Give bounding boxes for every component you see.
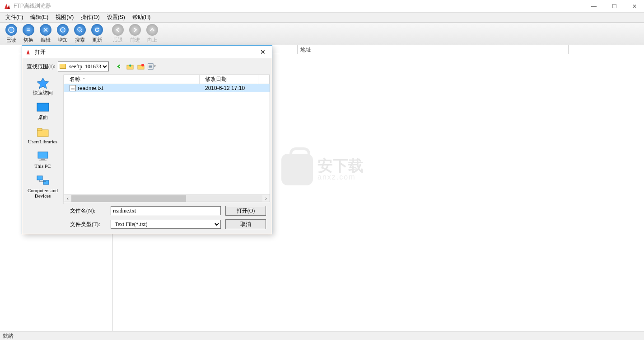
file-date: 2010-6-12 17:10 — [200, 85, 263, 91]
dialog-main: 快速访问 桌面 UsersLibraries This PC Computers… — [22, 75, 272, 204]
cancel-button[interactable]: 取消 — [225, 219, 266, 229]
minimize-button[interactable]: — — [588, 3, 600, 9]
dialog-app-icon — [26, 49, 32, 55]
maximize-button[interactable]: ☐ — [608, 3, 621, 9]
statusbar: 就绪 — [0, 331, 644, 340]
header-name[interactable]: 名称⌃ — [64, 75, 200, 84]
col-address[interactable]: 地址 — [298, 45, 569, 54]
star-icon — [36, 77, 50, 89]
menu-file[interactable]: 文件(F) — [2, 13, 27, 22]
dialog-bottom: 文件名(N): 打开(O) 文件类型(T): Text File(*.txt) … — [22, 204, 272, 234]
place-libraries[interactable]: UsersLibraries — [23, 126, 63, 144]
place-desktop[interactable]: 桌面 — [23, 102, 63, 120]
filetype-dropdown[interactable]: Text File(*.txt) — [111, 220, 221, 229]
filename-input[interactable] — [111, 206, 221, 215]
status-text: 就绪 — [3, 333, 14, 339]
file-list-header: 名称⌃ 修改日期 — [64, 75, 270, 84]
nav-viewmenu-icon[interactable] — [148, 62, 156, 71]
dialog-body: 查找范围(I): seeftp_101673 快速访问 — [22, 58, 272, 234]
tool-refresh[interactable]: 更新 — [89, 24, 106, 43]
lookin-label: 查找范围(I): — [27, 63, 55, 71]
place-network[interactable]: Computers and Devices — [23, 175, 63, 198]
dialog-titlebar: 打开 ✕ — [22, 46, 272, 58]
filetype-label: 文件类型(T): — [70, 221, 106, 228]
tool-back[interactable]: 后退 — [109, 24, 126, 43]
svg-point-4 — [141, 64, 144, 66]
network-icon — [36, 175, 50, 187]
header-date[interactable]: 修改日期 — [200, 75, 258, 84]
tool-up[interactable]: 向上 — [144, 24, 161, 43]
open-dialog: 打开 ✕ 查找范围(I): seeftp_101673 快速 — [22, 45, 272, 234]
thispc-icon — [36, 151, 50, 162]
scroll-thumb[interactable] — [71, 195, 186, 202]
toolbar: 已读 切换 编辑 增加 搜索 更新 后退 前进 向上 — [0, 23, 644, 45]
svg-rect-13 — [43, 180, 49, 184]
scroll-right-icon[interactable]: › — [262, 195, 270, 202]
filename-label: 文件名(N): — [70, 207, 106, 215]
app-icon — [4, 3, 11, 10]
svg-rect-9 — [38, 152, 48, 158]
folder-icon — [60, 64, 66, 69]
lookin-row: 查找范围(I): seeftp_101673 — [22, 58, 272, 75]
nav-newfolder-icon[interactable] — [137, 62, 145, 71]
open-button[interactable]: 打开(O) — [225, 206, 266, 216]
svg-point-1 — [78, 28, 81, 31]
scroll-left-icon[interactable]: ‹ — [64, 195, 71, 202]
desktop-icon — [36, 102, 50, 113]
menu-edit[interactable]: 编辑(E) — [27, 13, 52, 22]
header-more[interactable] — [258, 75, 270, 84]
close-button[interactable]: ✕ — [629, 3, 640, 9]
svg-rect-10 — [41, 159, 45, 160]
window-title: FTP离线浏览器 — [14, 2, 588, 10]
dialog-close-icon[interactable]: ✕ — [257, 48, 268, 56]
menu-settings[interactable]: 设置(S) — [103, 13, 129, 22]
svg-point-0 — [61, 28, 65, 32]
tool-switch[interactable]: 切换 — [20, 24, 37, 43]
tool-edit[interactable]: 编辑 — [37, 24, 54, 43]
file-name: readme.txt — [78, 85, 103, 91]
titlebar: FTP离线浏览器 — ☐ ✕ — [0, 0, 644, 13]
tool-search[interactable]: 搜索 — [71, 24, 89, 43]
place-quickaccess[interactable]: 快速访问 — [23, 77, 63, 95]
svg-rect-6 — [37, 103, 49, 111]
window-controls: — ☐ ✕ — [588, 3, 640, 9]
nav-up-icon[interactable] — [126, 62, 134, 71]
libraries-icon — [36, 126, 50, 138]
svg-rect-8 — [37, 128, 42, 131]
horizontal-scrollbar[interactable]: ‹ › — [64, 194, 270, 202]
scroll-track[interactable] — [71, 195, 262, 202]
tool-add[interactable]: 增加 — [54, 24, 71, 43]
dialog-title: 打开 — [35, 48, 257, 56]
file-list: 名称⌃ 修改日期 readme.txt 2010-6-12 17:10 ‹ › — [64, 75, 270, 202]
menu-help[interactable]: 帮助(H) — [129, 13, 154, 22]
nav-back-icon[interactable] — [115, 62, 123, 71]
file-icon — [70, 85, 76, 91]
file-rows[interactable]: readme.txt 2010-6-12 17:10 — [64, 84, 270, 194]
menubar: 文件(F) 编辑(E) 视图(V) 操作(O) 设置(S) 帮助(H) — [0, 13, 644, 23]
menu-operate[interactable]: 操作(O) — [77, 13, 103, 22]
tool-forward[interactable]: 前进 — [126, 24, 144, 43]
svg-rect-11 — [39, 160, 47, 161]
menu-view[interactable]: 视图(V) — [52, 13, 77, 22]
dialog-nav-icons — [115, 62, 156, 71]
svg-rect-12 — [37, 176, 42, 180]
places-bar: 快速访问 桌面 UsersLibraries This PC Computers… — [22, 75, 64, 204]
file-row[interactable]: readme.txt 2010-6-12 17:10 — [64, 84, 270, 92]
place-thispc[interactable]: This PC — [23, 151, 63, 169]
tool-read[interactable]: 已读 — [3, 24, 20, 43]
